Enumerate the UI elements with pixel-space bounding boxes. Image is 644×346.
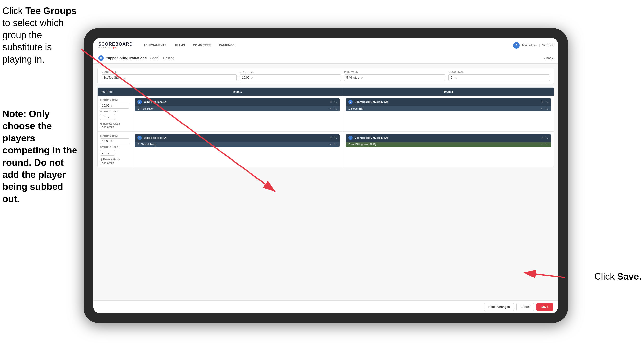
group-1-team2-player-1-name: 1. Rees Britt bbox=[348, 107, 539, 110]
col-team1: Team 1 bbox=[132, 88, 343, 95]
admin-name: blair admin bbox=[522, 44, 536, 47]
group-2-team1-badge: C bbox=[138, 136, 142, 140]
group-1-hole-input[interactable]: 1 ⌃⌄ bbox=[100, 114, 115, 120]
logo-powered: Powered by clippd bbox=[98, 46, 133, 49]
group-1-remove-link[interactable]: 🗑 Remove Group bbox=[100, 122, 129, 125]
nav-divider: | bbox=[539, 44, 540, 47]
group-2-time-input[interactable]: 10:05 ⏱ bbox=[100, 138, 129, 144]
cancel-button[interactable]: Cancel bbox=[516, 303, 534, 311]
reset-changes-button[interactable]: Reset Changes bbox=[484, 303, 514, 311]
group-1-team2-player-1-arrows-icon[interactable]: ⌃⌄ bbox=[544, 107, 548, 110]
group-1-time-col: STARTING TIME: 10:00 ⏱ STARTING HOLE: 1 … bbox=[98, 96, 132, 131]
admin-avatar: B bbox=[513, 42, 520, 49]
tablet-screen: SCOREBOARD Powered by clippd TOURNAMENTS… bbox=[94, 38, 558, 313]
group-2-team1-card: C Clippd College (A) × ⌃⌄ 2. Blair McHar… bbox=[135, 134, 340, 147]
group-1-time-input[interactable]: 10:00 ⏱ bbox=[100, 103, 129, 108]
tee-table-header: Tee Time Team 1 Team 2 bbox=[98, 88, 554, 95]
main-content: Start Type 1st Tee Start ⌃⌄ Start Time 1… bbox=[94, 64, 558, 300]
nav-teams[interactable]: TEAMS bbox=[171, 42, 188, 49]
trash-icon-2: 🗑 bbox=[100, 158, 102, 161]
nav-rankings[interactable]: RANKINGS bbox=[215, 42, 238, 49]
bottom-bar: Reset Changes Cancel Save bbox=[94, 300, 558, 313]
group-2-actions: 🗑 Remove Group + Add Group bbox=[100, 158, 129, 164]
group-2-team2-col: S Scoreboard University (A) × ⌃⌄ Dave Bi… bbox=[343, 132, 554, 167]
group-2-team2-arrows-icon[interactable]: ⌃⌄ bbox=[544, 137, 548, 139]
group-1-time-value: 10:00 bbox=[102, 104, 110, 107]
group-1-team2-player-1: 1. Rees Britt × ⌃⌄ bbox=[346, 106, 551, 111]
group-2-starting-time-label: STARTING TIME: bbox=[100, 135, 129, 137]
start-settings-row: Start Type 1st Tee Start ⌃⌄ Start Time 1… bbox=[97, 67, 554, 84]
intervals-value: 5 Minutes bbox=[346, 76, 359, 79]
group-1-hole-arrow-icon: ⌃⌄ bbox=[105, 115, 110, 119]
note-bold: Note: Only choose the players competing … bbox=[2, 109, 77, 204]
start-time-label: Start Time bbox=[240, 71, 341, 73]
group-2-team1-name: Clippd College (A) bbox=[144, 136, 328, 139]
group-1-team1-remove-icon[interactable]: × bbox=[330, 100, 332, 104]
group-size-input[interactable]: 2 ⌃⌄ bbox=[448, 74, 550, 81]
tee-groups-table: Tee Time Team 1 Team 2 STARTING TIME: 10… bbox=[97, 87, 554, 167]
group-2-team2-player-sub-name: Dave Billingham (SUB) bbox=[348, 143, 539, 146]
sub-nav: B Clippd Spring Invitational (Men) Hosti… bbox=[94, 53, 558, 64]
group-row-1: STARTING TIME: 10:00 ⏱ STARTING HOLE: 1 … bbox=[98, 95, 554, 131]
group-2-remove-link[interactable]: 🗑 Remove Group bbox=[100, 158, 129, 161]
group-2-team2-player-sub-arrows-icon[interactable]: ⌃⌄ bbox=[544, 143, 548, 146]
group-1-team2-badge: S bbox=[348, 100, 353, 104]
sub-nav-badge: B bbox=[98, 55, 104, 61]
start-type-arrow-icon: ⌃⌄ bbox=[122, 76, 126, 79]
group-1-starting-time-label: STARTING TIME: bbox=[100, 99, 129, 101]
group-2-clock-icon: ⏱ bbox=[110, 140, 113, 143]
nav-committee[interactable]: COMMITTEE bbox=[190, 42, 214, 49]
intervals-input[interactable]: 5 Minutes ⏱ bbox=[344, 74, 446, 81]
group-2-team1-player-1: 2. Blair McHarg × ⌃⌄ bbox=[135, 141, 340, 147]
col-team2: Team 2 bbox=[343, 88, 554, 95]
group-2-team1-player-1-remove-icon[interactable]: × bbox=[330, 143, 331, 146]
group-2-hole-input[interactable]: 1 ⌃⌄ bbox=[100, 150, 115, 156]
intervals-field: Intervals 5 Minutes ⏱ bbox=[344, 71, 446, 81]
group-1-team1-header: C Clippd College (A) × ⌃⌄ bbox=[135, 98, 340, 106]
start-time-clock-icon: ⏱ bbox=[251, 76, 253, 79]
group-1-team1-player-1-arrows-icon[interactable]: ⌃⌄ bbox=[333, 107, 337, 110]
group-1-team2-arrows-icon[interactable]: ⌃⌄ bbox=[544, 101, 548, 103]
group-2-team1-player-1-name: 2. Blair McHarg bbox=[138, 143, 328, 146]
group-1-team2-player-1-remove-icon[interactable]: × bbox=[541, 107, 542, 110]
group-1-team1-badge: C bbox=[138, 100, 142, 104]
col-tee-time: Tee Time bbox=[98, 88, 132, 95]
save-button[interactable]: Save bbox=[536, 303, 553, 311]
group-1-team2-remove-icon[interactable]: × bbox=[541, 100, 543, 104]
nav-tournaments[interactable]: TOURNAMENTS bbox=[140, 42, 170, 49]
group-2-team1-actions: × ⌃⌄ bbox=[330, 136, 337, 139]
group-1-team1-card: C Clippd College (A) × ⌃⌄ 1. Rich Butler… bbox=[135, 98, 340, 111]
group-2-team1-remove-icon[interactable]: × bbox=[330, 136, 332, 139]
group-1-team1-arrows-icon[interactable]: ⌃⌄ bbox=[333, 101, 337, 103]
group-1-add-link[interactable]: + Add Group bbox=[100, 126, 129, 128]
group-2-time-value: 10:05 bbox=[102, 140, 110, 143]
instruction-main: Click Tee Groups to select which group t… bbox=[2, 5, 79, 65]
start-type-input[interactable]: 1st Tee Start ⌃⌄ bbox=[102, 74, 237, 81]
group-2-team1-arrows-icon[interactable]: ⌃⌄ bbox=[333, 137, 337, 139]
logo-scoreboard: SCOREBOARD bbox=[98, 42, 133, 46]
group-1-hole-label: STARTING HOLE: bbox=[100, 110, 129, 112]
click-save-bold: Save. bbox=[617, 271, 642, 282]
sign-out-link[interactable]: Sign out bbox=[542, 44, 553, 47]
logo-brand: clippd bbox=[110, 46, 117, 49]
start-time-input[interactable]: 10:00 ⏱ bbox=[240, 74, 341, 81]
group-2-add-link[interactable]: + Add Group bbox=[100, 162, 129, 164]
group-2-hole-arrow-icon: ⌃⌄ bbox=[105, 151, 110, 154]
nav-links: TOURNAMENTS TEAMS COMMITTEE RANKINGS bbox=[140, 42, 513, 49]
group-2-team2-badge: S bbox=[348, 136, 353, 140]
group-1-team1-player-1-name: 1. Rich Butler bbox=[138, 107, 328, 110]
group-2-team1-player-1-arrows-icon[interactable]: ⌃⌄ bbox=[333, 143, 337, 146]
group-1-team1-player-1-remove-icon[interactable]: × bbox=[330, 107, 331, 110]
nav-bar: SCOREBOARD Powered by clippd TOURNAMENTS… bbox=[94, 38, 558, 53]
intervals-clock-icon: ⏱ bbox=[360, 76, 363, 79]
back-button[interactable]: Back bbox=[544, 56, 553, 60]
group-2-team2-remove-icon[interactable]: × bbox=[541, 136, 543, 139]
start-type-label: Start Type bbox=[102, 71, 237, 73]
group-2-team2-actions: × ⌃⌄ bbox=[541, 136, 548, 139]
start-type-value: 1st Tee Start bbox=[104, 76, 120, 79]
group-1-team1-actions: × ⌃⌄ bbox=[330, 100, 337, 104]
group-2-team2-player-sub-remove-icon[interactable]: × bbox=[541, 143, 542, 146]
group-2-team1-col[interactable]: C Clippd College (A) × ⌃⌄ 2. Blair McHar… bbox=[132, 132, 343, 167]
group-2-team1-header: C Clippd College (A) × ⌃⌄ bbox=[135, 134, 340, 141]
group-size-label: Group Size bbox=[448, 71, 550, 73]
